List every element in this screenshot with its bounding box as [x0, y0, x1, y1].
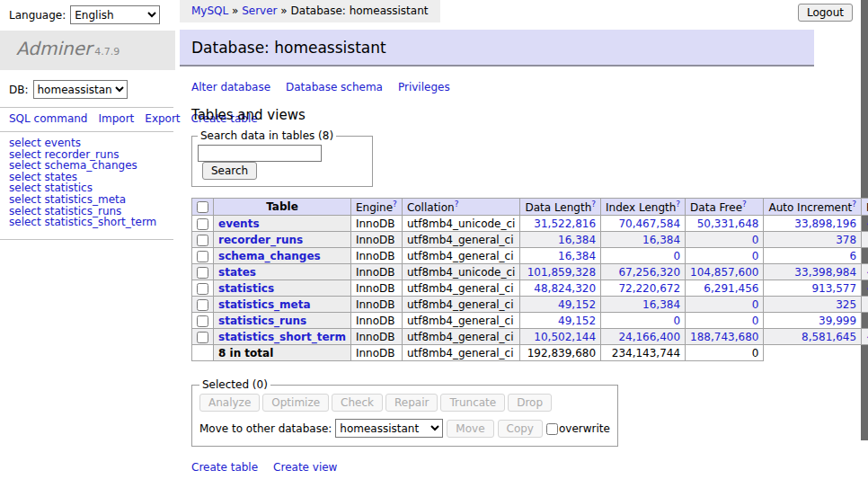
analyze-button[interactable]: Analyze	[199, 394, 260, 412]
row-checkbox[interactable]	[197, 267, 208, 279]
language-select[interactable]: English	[70, 5, 160, 24]
engine-cell: InnoDB	[350, 297, 402, 313]
total-engine-cell: InnoDB	[350, 345, 402, 361]
tables-header-row: TableEngine?Collation?Data Length?Index …	[192, 199, 868, 216]
index-length-cell: 67,256,320	[601, 264, 686, 280]
row-checkbox[interactable]	[197, 283, 208, 295]
sidebar-action-link[interactable]: SQL command	[9, 112, 87, 125]
truncate-button[interactable]: Truncate	[440, 394, 505, 412]
engine-cell: InnoDB	[350, 313, 402, 329]
create-link[interactable]: Create view	[273, 461, 337, 474]
breadcrumb: MySQL » Server » Database: homeassistant	[180, 0, 440, 22]
column-label: Data Free	[690, 201, 742, 214]
table-name-cell: events	[214, 216, 351, 232]
table-name-link[interactable]: statistics_short_term	[218, 331, 346, 343]
table-name-link[interactable]: events	[218, 217, 260, 230]
column-label: Engine	[356, 201, 393, 214]
move-db-select[interactable]: homeassistant	[335, 419, 443, 438]
collation-cell: utf8mb4_general_ci	[402, 248, 520, 264]
row-checkbox[interactable]	[197, 251, 208, 262]
drop-button[interactable]: Drop	[508, 394, 552, 412]
index-length-cell: 24,166,400	[601, 329, 686, 345]
sidebar-action-link[interactable]: Import	[98, 112, 134, 125]
help-link[interactable]: ?	[676, 200, 680, 209]
breadcrumb-link[interactable]: Server	[242, 4, 277, 17]
table-name-link[interactable]: statistics	[218, 282, 274, 295]
help-link[interactable]: ?	[393, 200, 397, 209]
column-label: Index Length	[606, 201, 676, 214]
copy-button[interactable]: Copy	[498, 420, 543, 438]
row-select-cell	[192, 329, 214, 345]
data-length-cell: 49,152	[520, 313, 601, 329]
create-links: Create tableCreate view	[191, 461, 814, 474]
repair-button[interactable]: Repair	[385, 394, 438, 412]
help-link[interactable]: ?	[742, 200, 747, 209]
create-link[interactable]: Create table	[191, 461, 258, 474]
row-checkbox[interactable]	[197, 315, 208, 327]
help-link[interactable]: ?	[852, 200, 856, 209]
app-version: 4.7.9	[94, 46, 120, 58]
overwrite-label: overwrite	[559, 422, 610, 435]
sidebar-table-link[interactable]: select statistics_short_term	[9, 216, 156, 228]
engine-cell: InnoDB	[350, 248, 402, 264]
help-link[interactable]: ?	[455, 200, 459, 209]
select-all-checkbox[interactable]	[197, 201, 208, 213]
column-header-table: Table	[214, 199, 351, 216]
row-checkbox[interactable]	[197, 235, 208, 246]
database-nav-link[interactable]: Privileges	[398, 81, 450, 93]
help-link[interactable]: ?	[591, 200, 596, 209]
tables-and-views-heading: Tables and views	[191, 107, 814, 123]
breadcrumb-current: Database: homeassistant	[291, 4, 429, 17]
help-sup: ?	[852, 200, 856, 209]
search-button[interactable]: Search	[202, 162, 257, 180]
data-free-cell: 104,857,600	[686, 264, 764, 280]
auto-increment-cell: 8,581,645	[764, 329, 862, 345]
rows-count-cell: ~ 628	[862, 313, 868, 329]
database-nav-link[interactable]: Alter database	[191, 81, 270, 93]
table-name-cell: recorder_runs	[214, 232, 351, 248]
index-length-cell: 16,384	[601, 297, 686, 313]
engine-cell: InnoDB	[350, 329, 402, 345]
data-free-cell: 6,291,456	[686, 280, 764, 297]
table-row: recorder_runsInnoDButf8mb4_general_ci16,…	[192, 232, 868, 248]
db-label: DB:	[9, 84, 29, 96]
search-input[interactable]	[198, 145, 322, 162]
overwrite-checkbox[interactable]	[546, 423, 558, 435]
table-row: schema_changesInnoDButf8mb4_general_ci16…	[192, 248, 868, 264]
table-name-link[interactable]: recorder_runs	[218, 234, 303, 246]
sidebar-action-links: SQL commandImportExportCreate table	[0, 107, 173, 132]
footer-empty-cell	[192, 345, 214, 361]
collation-cell: utf8mb4_unicode_ci	[402, 216, 520, 232]
row-checkbox[interactable]	[197, 332, 208, 343]
column-label: Table	[266, 200, 298, 213]
table-name-link[interactable]: schema_changes	[218, 250, 321, 262]
optimize-button[interactable]: Optimize	[262, 394, 329, 412]
row-checkbox[interactable]	[197, 299, 208, 311]
table-name-link[interactable]: statistics_meta	[218, 298, 311, 311]
check-button[interactable]: Check	[332, 394, 383, 412]
sidebar-action-link[interactable]: Export	[145, 112, 180, 125]
table-name-link[interactable]: statistics_runs	[218, 315, 306, 327]
table-name-cell: statistics_runs	[214, 313, 351, 329]
app-name-link[interactable]: Adminer	[16, 38, 92, 59]
rows-count-cell: ~ 136,108	[862, 329, 868, 345]
breadcrumb-link[interactable]: MySQL	[191, 4, 228, 17]
data-free-cell: 0	[686, 313, 764, 329]
move-to-database-label: Move to other database:	[199, 422, 332, 435]
rows-count-cell: ~ 299,833	[862, 264, 868, 280]
tables-total-row: 8 in totalInnoDButf8mb4_general_ci192,83…	[192, 345, 868, 361]
table-name-link[interactable]: states	[218, 266, 256, 279]
table-row: statistics_metaInnoDButf8mb4_general_ci4…	[192, 297, 868, 313]
language-row: Language:English	[0, 0, 175, 24]
db-select[interactable]: homeassistant	[33, 80, 128, 99]
column-header-data-free: Data Free?	[686, 199, 764, 216]
database-nav-link[interactable]: Database schema	[286, 81, 383, 93]
move-button[interactable]: Move	[447, 420, 493, 438]
table-row: statisticsInnoDButf8mb4_general_ci48,824…	[192, 280, 868, 297]
engine-cell: InnoDB	[350, 232, 402, 248]
table-name-cell: schema_changes	[214, 248, 351, 264]
index-length-cell: 0	[601, 313, 686, 329]
row-checkbox[interactable]	[197, 218, 208, 230]
table-name-cell: states	[214, 264, 351, 280]
total-collation-cell: utf8mb4_general_ci	[402, 345, 520, 361]
